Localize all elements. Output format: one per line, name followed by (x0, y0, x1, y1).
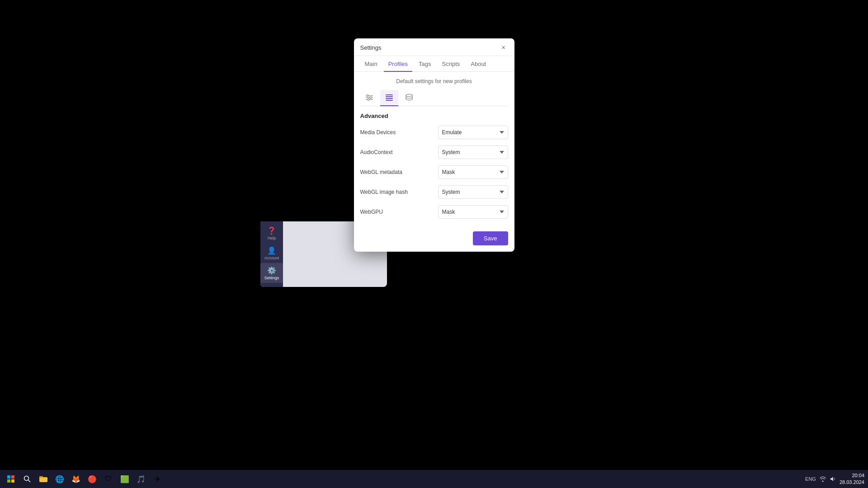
taskbar-language: ENG (805, 476, 816, 482)
dialog-subtitle: Default settings for new profiles (360, 78, 508, 84)
windows-icon (7, 475, 14, 483)
form-row-webgpu: WebGPU Mask Real Off (360, 205, 508, 219)
search-button[interactable] (20, 472, 34, 486)
form-row-webgl-image-hash: WebGL image hash System Mask Off (360, 185, 508, 199)
svg-point-10 (406, 94, 412, 97)
svg-rect-9 (386, 100, 393, 101)
svg-rect-14 (11, 479, 14, 483)
settings-dialog: Settings × Main Profiles Tags Scripts Ab… (354, 38, 514, 252)
app1-button[interactable]: 🔴 (85, 472, 99, 486)
wifi-icon (820, 476, 826, 482)
svg-line-16 (28, 480, 31, 483)
app3-button[interactable]: 🟩 (118, 472, 132, 486)
icon-tab-sliders[interactable] (360, 90, 378, 106)
audio-context-select[interactable]: System Mask Off (438, 145, 508, 159)
explorer-button[interactable] (36, 472, 51, 486)
media-devices-select[interactable]: Emulate Real Off (438, 126, 508, 139)
svg-rect-7 (386, 96, 393, 97)
svg-point-3 (367, 95, 368, 97)
dialog-footer: Save (354, 231, 514, 252)
tab-profiles[interactable]: Profiles (384, 56, 412, 72)
search-icon (24, 475, 31, 483)
telegram-button[interactable]: ✈ (150, 472, 165, 486)
form-row-audio-context: AudioContext System Mask Off (360, 145, 508, 159)
webgl-metadata-label: WebGL metadata (360, 169, 402, 175)
tab-scripts[interactable]: Scripts (438, 56, 465, 72)
svg-marker-19 (830, 477, 833, 481)
dialog-overlay: Settings × Main Profiles Tags Scripts Ab… (0, 0, 868, 488)
taskbar-time: 20:04 28.03.2024 (840, 472, 864, 486)
webgl-image-hash-label: WebGL image hash (360, 189, 408, 195)
app2-button[interactable]: 🛡 (101, 472, 116, 486)
taskbar-left: 🌐 🦊 🔴 🛡 🟩 🎵 ✈ (4, 472, 165, 486)
tab-about[interactable]: About (466, 56, 491, 72)
svg-point-15 (24, 476, 29, 481)
webgpu-label: WebGPU (360, 209, 383, 215)
icon-tabs (360, 90, 508, 106)
dialog-title: Settings (360, 44, 382, 51)
svg-rect-8 (386, 98, 393, 99)
dialog-header: Settings × (354, 38, 514, 56)
time-display: 20:04 (840, 472, 864, 479)
svg-rect-11 (7, 475, 10, 479)
taskbar-right: ENG 20:04 28.03.2024 (805, 472, 864, 486)
webgl-image-hash-select[interactable]: System Mask Off (438, 185, 508, 199)
list-icon (385, 93, 394, 102)
taskbar: 🌐 🦊 🔴 🛡 🟩 🎵 ✈ ENG 20:04 28.03.2024 (0, 470, 868, 488)
dialog-body: Default settings for new profiles (354, 72, 514, 231)
start-button[interactable] (4, 472, 18, 486)
folder-icon (39, 475, 47, 483)
svg-rect-13 (7, 479, 10, 483)
audio-context-label: AudioContext (360, 149, 393, 155)
form-row-webgl-metadata: WebGL metadata Mask Real Off (360, 165, 508, 179)
firefox-button[interactable]: 🦊 (69, 472, 83, 486)
webgpu-select[interactable]: Mask Real Off (438, 205, 508, 219)
tab-main[interactable]: Main (360, 56, 382, 72)
form-row-media-devices: Media Devices Emulate Real Off (360, 126, 508, 139)
icon-tab-database[interactable] (400, 90, 418, 106)
sliders-icon (365, 93, 374, 102)
svg-point-4 (370, 97, 372, 99)
database-icon (405, 93, 414, 102)
date-display: 28.03.2024 (840, 479, 864, 486)
tab-tags[interactable]: Tags (414, 56, 435, 72)
spotify-button[interactable]: 🎵 (134, 472, 148, 486)
volume-icon (830, 476, 836, 482)
tabs-bar: Main Profiles Tags Scripts About (354, 56, 514, 72)
media-devices-label: Media Devices (360, 129, 396, 136)
chrome-button[interactable]: 🌐 (52, 472, 67, 486)
section-title: Advanced (360, 113, 508, 119)
webgl-metadata-select[interactable]: Mask Real Off (438, 165, 508, 179)
close-button[interactable]: × (499, 43, 508, 52)
svg-rect-6 (386, 94, 393, 95)
svg-rect-12 (11, 475, 14, 479)
save-button[interactable]: Save (473, 231, 508, 245)
svg-point-5 (368, 99, 369, 100)
svg-rect-18 (39, 476, 43, 478)
icon-tab-list[interactable] (380, 90, 398, 106)
